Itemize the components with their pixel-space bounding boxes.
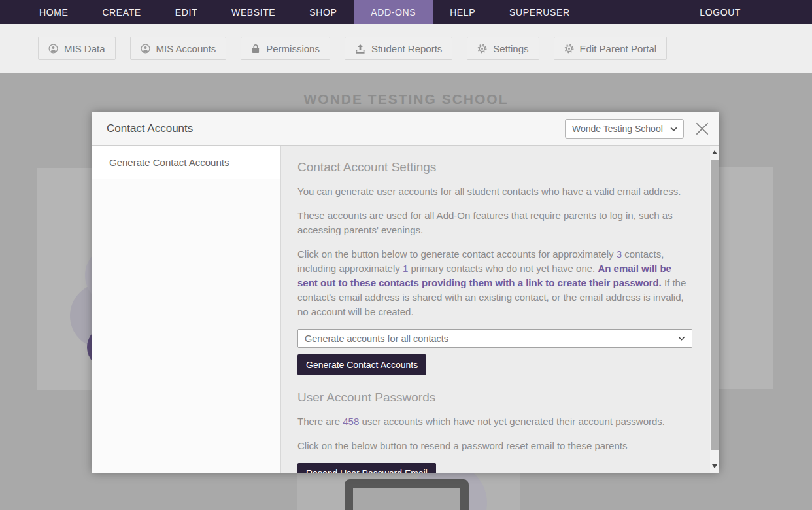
school-select-value: Wonde Testing School — [572, 124, 663, 134]
upload-icon — [355, 44, 365, 54]
scrollbar-thumb[interactable] — [711, 160, 719, 450]
settings-paragraph-1: You can generate user accounts for all s… — [297, 184, 692, 199]
add-ons-toolbar: MIS Data MIS Accounts Permissions Studen… — [0, 24, 812, 73]
button-label: Edit Parent Portal — [580, 43, 657, 54]
settings-paragraph-2: These accounts are used for all Add-On f… — [297, 209, 692, 237]
mis-data-button[interactable]: MIS Data — [38, 37, 116, 60]
generate-mode-select[interactable]: Generate accounts for all contacts — [297, 329, 692, 348]
modal-title: Contact Accounts — [107, 122, 565, 135]
edit-parent-portal-button[interactable]: Edit Parent Portal — [554, 37, 668, 60]
nav-item-website[interactable]: WEBSITE — [214, 0, 292, 24]
primary-count-link[interactable]: 1 — [403, 263, 408, 274]
top-nav: HOME CREATE EDIT WEBSITE SHOP ADD-ONS HE… — [0, 0, 812, 24]
paragraph-text: user accounts which have not yet generat… — [359, 416, 665, 427]
generate-contact-accounts-button[interactable]: Generate Contact Accounts — [297, 354, 426, 375]
school-title: WONDE TESTING SCHOOL — [0, 92, 812, 107]
resend-paragraph: Click on the below button to resend a pa… — [297, 439, 692, 453]
passwords-heading: User Account Passwords — [297, 390, 692, 405]
background-card-bottom — [297, 473, 520, 510]
scroll-down-arrow[interactable] — [710, 462, 719, 471]
chevron-down-icon — [678, 336, 685, 341]
settings-paragraph-3: Click on the button below to generate co… — [297, 247, 692, 319]
button-label: MIS Data — [64, 43, 105, 54]
scroll-up-arrow[interactable] — [710, 148, 719, 157]
button-label: Student Reports — [371, 43, 442, 54]
nav-item-add-ons[interactable]: ADD-ONS — [354, 0, 433, 24]
user-circle-icon — [141, 44, 150, 54]
user-circle-icon — [48, 44, 58, 54]
school-select[interactable]: Wonde Testing School — [565, 119, 684, 139]
modal-sidebar: Generate Contact Accounts — [92, 146, 281, 473]
nav-item-edit[interactable]: EDIT — [158, 0, 214, 24]
lock-icon — [251, 44, 260, 54]
resend-user-password-email-button[interactable]: Resend User Password Email — [297, 463, 436, 473]
nav-item-shop[interactable]: SHOP — [292, 0, 354, 24]
nav-item-logout[interactable]: LOGOUT — [683, 0, 758, 24]
permissions-button[interactable]: Permissions — [241, 37, 330, 60]
contact-accounts-modal: Contact Accounts Wonde Testing School Ge… — [92, 112, 719, 473]
mis-accounts-button[interactable]: MIS Accounts — [130, 37, 227, 60]
monitor-illustration — [345, 479, 469, 510]
sidebar-item-generate-contact-accounts[interactable]: Generate Contact Accounts — [92, 146, 280, 179]
modal-header: Contact Accounts Wonde Testing School — [92, 112, 719, 146]
nav-item-home[interactable]: HOME — [22, 0, 85, 24]
accounts-count-link[interactable]: 458 — [343, 416, 359, 427]
paragraph-text: Click on the button below to generate co… — [297, 248, 617, 260]
close-icon[interactable] — [694, 120, 711, 137]
gear-icon — [564, 44, 574, 54]
contacts-count-link[interactable]: 3 — [617, 248, 622, 260]
nav-item-help[interactable]: HELP — [433, 0, 492, 24]
passwords-paragraph: There are 458 user accounts which have n… — [297, 415, 692, 429]
nav-item-create[interactable]: CREATE — [85, 0, 158, 24]
button-label: Permissions — [266, 43, 320, 54]
generate-mode-select-value: Generate accounts for all contacts — [305, 333, 448, 344]
nav-item-superuser[interactable]: SUPERUSER — [492, 0, 587, 24]
modal-body: Generate Contact Accounts Contact Accoun… — [92, 146, 719, 473]
gear-icon — [477, 44, 487, 54]
triangle-down-icon — [712, 464, 717, 468]
button-label: MIS Accounts — [156, 43, 216, 54]
paragraph-text: primary contacts who do not yet have one… — [408, 263, 598, 274]
modal-scrollbar[interactable] — [710, 146, 719, 473]
button-label: Settings — [493, 43, 528, 54]
modal-content: Contact Account Settings You can generat… — [281, 146, 710, 473]
student-reports-button[interactable]: Student Reports — [345, 37, 452, 60]
paragraph-text: There are — [297, 416, 343, 427]
chevron-down-icon — [670, 127, 677, 131]
settings-button[interactable]: Settings — [467, 37, 539, 60]
settings-heading: Contact Account Settings — [297, 160, 692, 175]
triangle-up-icon — [712, 150, 717, 154]
